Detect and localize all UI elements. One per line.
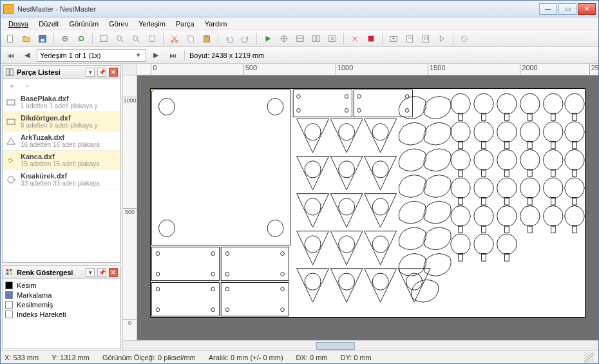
menu-yerlesim[interactable]: Yerleşim bbox=[135, 19, 169, 29]
part-name: Kısakürek.dxf bbox=[21, 172, 118, 180]
svg-point-118 bbox=[565, 122, 584, 142]
gear-icon[interactable] bbox=[58, 32, 72, 46]
save-icon[interactable] bbox=[35, 32, 50, 46]
open-icon[interactable] bbox=[19, 32, 33, 46]
parts-list-item[interactable]: BasePlaka.dxf1 adetten 1 adeti plakaya y bbox=[3, 93, 120, 112]
menu-yardim[interactable]: Yardım bbox=[201, 19, 231, 29]
svg-point-94 bbox=[372, 273, 388, 290]
legend-panel-icon bbox=[5, 268, 14, 277]
legend-row: Markalama bbox=[5, 291, 118, 299]
menu-dosya[interactable]: Dosya bbox=[5, 19, 32, 29]
svg-rect-44 bbox=[10, 273, 12, 275]
delete-icon[interactable] bbox=[348, 32, 362, 46]
legend-panel-title: Renk Göstergesi bbox=[17, 269, 73, 276]
maximize-button[interactable]: ▭ bbox=[558, 3, 576, 15]
parts-list-item[interactable]: Kısakürek.dxf33 adetten 33 adeti plakaya bbox=[3, 170, 120, 189]
svg-point-71 bbox=[156, 287, 160, 291]
paste-icon[interactable] bbox=[200, 32, 214, 46]
menubar: Dosya Düzelt Görünüm Görev Yerleşim Parç… bbox=[1, 17, 598, 30]
svg-point-156 bbox=[451, 234, 470, 254]
menu-gorev[interactable]: Görev bbox=[105, 19, 132, 29]
svg-rect-55 bbox=[354, 90, 412, 117]
dropdown-arrow-icon: ▾ bbox=[134, 51, 143, 59]
minimize-button[interactable]: — bbox=[539, 3, 557, 15]
legend-label: İndeks Hareketi bbox=[17, 311, 66, 318]
svg-point-49 bbox=[267, 220, 283, 236]
scrollbar-thumb[interactable] bbox=[316, 342, 355, 350]
svg-rect-50 bbox=[293, 90, 352, 117]
settings-icon[interactable] bbox=[325, 32, 339, 46]
panel-pin-button[interactable]: 📌 bbox=[97, 268, 106, 277]
svg-point-68 bbox=[225, 273, 229, 276]
refresh-icon[interactable] bbox=[74, 32, 88, 46]
report1-icon[interactable] bbox=[403, 32, 417, 46]
prev-icon[interactable]: ◀ bbox=[20, 48, 34, 62]
denied-icon[interactable] bbox=[457, 32, 471, 46]
menu-duzelt[interactable]: Düzelt bbox=[35, 19, 62, 29]
svg-point-6 bbox=[117, 35, 122, 40]
svg-point-52 bbox=[345, 95, 348, 99]
svg-point-66 bbox=[225, 252, 229, 256]
svg-point-48 bbox=[158, 220, 175, 236]
first-icon[interactable]: ⏮ bbox=[3, 48, 17, 62]
parts-list-item[interactable]: Dikdörtgen.dxf6 adetten 6 adeti plakaya … bbox=[3, 112, 120, 131]
export-icon[interactable] bbox=[386, 32, 401, 46]
new-icon[interactable] bbox=[3, 32, 17, 46]
sheet-icon[interactable] bbox=[293, 32, 307, 46]
viewport[interactable] bbox=[137, 75, 598, 340]
svg-rect-70 bbox=[151, 283, 219, 316]
horizontal-scrollbar[interactable] bbox=[123, 340, 598, 350]
svg-point-47 bbox=[267, 99, 283, 115]
parts-icon[interactable] bbox=[309, 32, 323, 46]
svg-point-81 bbox=[339, 124, 355, 140]
part-subtext: 6 adetten 6 adeti plakaya y bbox=[21, 122, 118, 129]
svg-point-150 bbox=[520, 206, 540, 227]
resize-grip[interactable] bbox=[584, 352, 594, 363]
cut-icon[interactable] bbox=[167, 32, 182, 46]
zoom-fit-icon[interactable] bbox=[97, 32, 111, 46]
undo-icon[interactable] bbox=[222, 32, 236, 46]
svg-rect-5 bbox=[100, 35, 108, 41]
redo-icon[interactable] bbox=[238, 32, 252, 46]
stop-icon[interactable] bbox=[364, 32, 378, 46]
panel-close-button[interactable]: ✕ bbox=[109, 268, 118, 277]
svg-point-74 bbox=[211, 308, 215, 312]
remove-part-icon[interactable]: － bbox=[20, 79, 34, 93]
copy-icon[interactable] bbox=[184, 32, 198, 46]
svg-rect-45 bbox=[151, 90, 290, 245]
run-icon[interactable] bbox=[435, 32, 449, 46]
select-icon[interactable] bbox=[145, 32, 159, 46]
svg-rect-35 bbox=[6, 68, 9, 75]
zoom-in-icon[interactable] bbox=[113, 32, 127, 46]
svg-point-122 bbox=[474, 149, 493, 170]
svg-line-7 bbox=[121, 39, 124, 42]
nest-combo[interactable]: Yerleşim 1 of 1 (1x) ▾ bbox=[37, 49, 146, 62]
svg-point-152 bbox=[544, 206, 563, 227]
part-subtext: 15 adetten 15 adeti plakaya bbox=[21, 160, 118, 168]
svg-point-77 bbox=[281, 287, 285, 291]
legend-label: Kesim bbox=[17, 282, 37, 289]
panel-pin-button[interactable]: 📌 bbox=[97, 68, 106, 77]
close-button[interactable]: ✕ bbox=[578, 3, 596, 15]
legend-row: İndeks Hareketi bbox=[5, 311, 118, 318]
nest-sheet[interactable] bbox=[150, 88, 585, 318]
parts-list-item[interactable]: Kanca.dxf15 adetten 15 adeti plakaya bbox=[3, 151, 120, 170]
menu-gorunum[interactable]: Görünüm bbox=[65, 19, 102, 29]
menu-parca[interactable]: Parça bbox=[172, 19, 198, 29]
add-part-icon[interactable]: ＋ bbox=[5, 79, 19, 93]
svg-point-160 bbox=[497, 234, 517, 254]
play-icon[interactable] bbox=[261, 32, 275, 46]
last-icon[interactable]: ⏭ bbox=[166, 48, 180, 62]
next-icon[interactable]: ▶ bbox=[149, 48, 163, 62]
parts-list-item[interactable]: ArkTuzak.dxf16 adetten 16 adeti plakaya bbox=[3, 131, 120, 151]
panel-menu-button[interactable]: ▾ bbox=[86, 268, 95, 277]
panel-close-button[interactable]: ✕ bbox=[109, 68, 118, 77]
report2-icon[interactable] bbox=[419, 32, 433, 46]
target-icon[interactable] bbox=[277, 32, 291, 46]
zoom-out-icon[interactable] bbox=[129, 32, 143, 46]
statusbar: X: 533 mm Y: 1313 mm Görünüm Ölçeği: 0 p… bbox=[1, 350, 598, 363]
svg-point-86 bbox=[305, 198, 321, 215]
svg-rect-22 bbox=[313, 35, 316, 41]
svg-point-58 bbox=[357, 108, 361, 112]
panel-menu-button[interactable]: ▾ bbox=[86, 68, 95, 77]
